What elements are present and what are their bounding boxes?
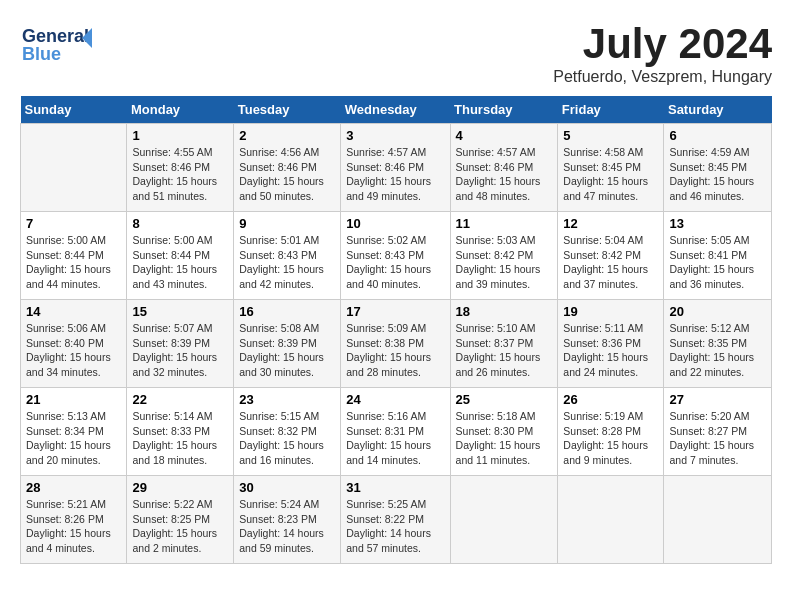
- calendar-cell: [664, 476, 772, 564]
- calendar-cell: 6Sunrise: 4:59 AM Sunset: 8:45 PM Daylig…: [664, 124, 772, 212]
- cell-content: Sunrise: 5:12 AM Sunset: 8:35 PM Dayligh…: [669, 321, 766, 380]
- day-number: 2: [239, 128, 335, 143]
- cell-content: Sunrise: 5:09 AM Sunset: 8:38 PM Dayligh…: [346, 321, 444, 380]
- svg-text:General: General: [22, 26, 89, 46]
- day-number: 18: [456, 304, 553, 319]
- header-wednesday: Wednesday: [341, 96, 450, 124]
- day-number: 12: [563, 216, 658, 231]
- day-number: 7: [26, 216, 121, 231]
- calendar-cell: 19Sunrise: 5:11 AM Sunset: 8:36 PM Dayli…: [558, 300, 664, 388]
- logo: General Blue: [20, 20, 110, 69]
- week-row-2: 7Sunrise: 5:00 AM Sunset: 8:44 PM Daylig…: [21, 212, 772, 300]
- calendar-cell: 22Sunrise: 5:14 AM Sunset: 8:33 PM Dayli…: [127, 388, 234, 476]
- cell-content: Sunrise: 4:58 AM Sunset: 8:45 PM Dayligh…: [563, 145, 658, 204]
- calendar-cell: 1Sunrise: 4:55 AM Sunset: 8:46 PM Daylig…: [127, 124, 234, 212]
- cell-content: Sunrise: 5:22 AM Sunset: 8:25 PM Dayligh…: [132, 497, 228, 556]
- svg-text:Blue: Blue: [22, 44, 61, 64]
- logo-svg: General Blue: [20, 20, 105, 65]
- cell-content: Sunrise: 5:16 AM Sunset: 8:31 PM Dayligh…: [346, 409, 444, 468]
- calendar-cell: 13Sunrise: 5:05 AM Sunset: 8:41 PM Dayli…: [664, 212, 772, 300]
- header-thursday: Thursday: [450, 96, 558, 124]
- page-header: General Blue July 2024 Petfuerdo, Veszpr…: [20, 20, 772, 86]
- cell-content: Sunrise: 5:00 AM Sunset: 8:44 PM Dayligh…: [132, 233, 228, 292]
- calendar-cell: 5Sunrise: 4:58 AM Sunset: 8:45 PM Daylig…: [558, 124, 664, 212]
- calendar-cell: 14Sunrise: 5:06 AM Sunset: 8:40 PM Dayli…: [21, 300, 127, 388]
- calendar-cell: 29Sunrise: 5:22 AM Sunset: 8:25 PM Dayli…: [127, 476, 234, 564]
- cell-content: Sunrise: 5:07 AM Sunset: 8:39 PM Dayligh…: [132, 321, 228, 380]
- cell-content: Sunrise: 5:19 AM Sunset: 8:28 PM Dayligh…: [563, 409, 658, 468]
- cell-content: Sunrise: 5:10 AM Sunset: 8:37 PM Dayligh…: [456, 321, 553, 380]
- calendar-cell: 17Sunrise: 5:09 AM Sunset: 8:38 PM Dayli…: [341, 300, 450, 388]
- week-row-3: 14Sunrise: 5:06 AM Sunset: 8:40 PM Dayli…: [21, 300, 772, 388]
- calendar-cell: 21Sunrise: 5:13 AM Sunset: 8:34 PM Dayli…: [21, 388, 127, 476]
- cell-content: Sunrise: 4:55 AM Sunset: 8:46 PM Dayligh…: [132, 145, 228, 204]
- calendar-cell: 11Sunrise: 5:03 AM Sunset: 8:42 PM Dayli…: [450, 212, 558, 300]
- header-saturday: Saturday: [664, 96, 772, 124]
- day-number: 4: [456, 128, 553, 143]
- calendar-cell: 15Sunrise: 5:07 AM Sunset: 8:39 PM Dayli…: [127, 300, 234, 388]
- day-number: 25: [456, 392, 553, 407]
- day-number: 21: [26, 392, 121, 407]
- cell-content: Sunrise: 4:57 AM Sunset: 8:46 PM Dayligh…: [456, 145, 553, 204]
- calendar-cell: 10Sunrise: 5:02 AM Sunset: 8:43 PM Dayli…: [341, 212, 450, 300]
- cell-content: Sunrise: 5:25 AM Sunset: 8:22 PM Dayligh…: [346, 497, 444, 556]
- calendar-cell: 24Sunrise: 5:16 AM Sunset: 8:31 PM Dayli…: [341, 388, 450, 476]
- day-number: 23: [239, 392, 335, 407]
- location-subtitle: Petfuerdo, Veszprem, Hungary: [553, 68, 772, 86]
- week-row-1: 1Sunrise: 4:55 AM Sunset: 8:46 PM Daylig…: [21, 124, 772, 212]
- day-number: 31: [346, 480, 444, 495]
- cell-content: Sunrise: 5:08 AM Sunset: 8:39 PM Dayligh…: [239, 321, 335, 380]
- day-number: 26: [563, 392, 658, 407]
- cell-content: Sunrise: 5:11 AM Sunset: 8:36 PM Dayligh…: [563, 321, 658, 380]
- calendar-cell: 16Sunrise: 5:08 AM Sunset: 8:39 PM Dayli…: [234, 300, 341, 388]
- day-number: 10: [346, 216, 444, 231]
- day-number: 30: [239, 480, 335, 495]
- cell-content: Sunrise: 5:06 AM Sunset: 8:40 PM Dayligh…: [26, 321, 121, 380]
- calendar-cell: 23Sunrise: 5:15 AM Sunset: 8:32 PM Dayli…: [234, 388, 341, 476]
- day-number: 3: [346, 128, 444, 143]
- day-number: 17: [346, 304, 444, 319]
- calendar-cell: 26Sunrise: 5:19 AM Sunset: 8:28 PM Dayli…: [558, 388, 664, 476]
- cell-content: Sunrise: 4:56 AM Sunset: 8:46 PM Dayligh…: [239, 145, 335, 204]
- day-number: 24: [346, 392, 444, 407]
- cell-content: Sunrise: 5:13 AM Sunset: 8:34 PM Dayligh…: [26, 409, 121, 468]
- day-number: 9: [239, 216, 335, 231]
- day-number: 19: [563, 304, 658, 319]
- day-number: 1: [132, 128, 228, 143]
- calendar-cell: [21, 124, 127, 212]
- calendar-cell: [450, 476, 558, 564]
- cell-content: Sunrise: 5:05 AM Sunset: 8:41 PM Dayligh…: [669, 233, 766, 292]
- calendar-cell: 12Sunrise: 5:04 AM Sunset: 8:42 PM Dayli…: [558, 212, 664, 300]
- day-number: 28: [26, 480, 121, 495]
- cell-content: Sunrise: 4:59 AM Sunset: 8:45 PM Dayligh…: [669, 145, 766, 204]
- cell-content: Sunrise: 5:00 AM Sunset: 8:44 PM Dayligh…: [26, 233, 121, 292]
- calendar-cell: 27Sunrise: 5:20 AM Sunset: 8:27 PM Dayli…: [664, 388, 772, 476]
- calendar-cell: 8Sunrise: 5:00 AM Sunset: 8:44 PM Daylig…: [127, 212, 234, 300]
- calendar-cell: 30Sunrise: 5:24 AM Sunset: 8:23 PM Dayli…: [234, 476, 341, 564]
- calendar-cell: 4Sunrise: 4:57 AM Sunset: 8:46 PM Daylig…: [450, 124, 558, 212]
- cell-content: Sunrise: 5:01 AM Sunset: 8:43 PM Dayligh…: [239, 233, 335, 292]
- cell-content: Sunrise: 5:14 AM Sunset: 8:33 PM Dayligh…: [132, 409, 228, 468]
- calendar-header-row: SundayMondayTuesdayWednesdayThursdayFrid…: [21, 96, 772, 124]
- week-row-4: 21Sunrise: 5:13 AM Sunset: 8:34 PM Dayli…: [21, 388, 772, 476]
- day-number: 29: [132, 480, 228, 495]
- cell-content: Sunrise: 5:21 AM Sunset: 8:26 PM Dayligh…: [26, 497, 121, 556]
- calendar-cell: 2Sunrise: 4:56 AM Sunset: 8:46 PM Daylig…: [234, 124, 341, 212]
- calendar-cell: 18Sunrise: 5:10 AM Sunset: 8:37 PM Dayli…: [450, 300, 558, 388]
- day-number: 22: [132, 392, 228, 407]
- cell-content: Sunrise: 5:03 AM Sunset: 8:42 PM Dayligh…: [456, 233, 553, 292]
- header-friday: Friday: [558, 96, 664, 124]
- calendar-cell: [558, 476, 664, 564]
- week-row-5: 28Sunrise: 5:21 AM Sunset: 8:26 PM Dayli…: [21, 476, 772, 564]
- day-number: 14: [26, 304, 121, 319]
- day-number: 27: [669, 392, 766, 407]
- day-number: 11: [456, 216, 553, 231]
- calendar-cell: 20Sunrise: 5:12 AM Sunset: 8:35 PM Dayli…: [664, 300, 772, 388]
- day-number: 8: [132, 216, 228, 231]
- header-sunday: Sunday: [21, 96, 127, 124]
- day-number: 20: [669, 304, 766, 319]
- day-number: 5: [563, 128, 658, 143]
- day-number: 13: [669, 216, 766, 231]
- month-year-title: July 2024: [553, 20, 772, 68]
- calendar-cell: 9Sunrise: 5:01 AM Sunset: 8:43 PM Daylig…: [234, 212, 341, 300]
